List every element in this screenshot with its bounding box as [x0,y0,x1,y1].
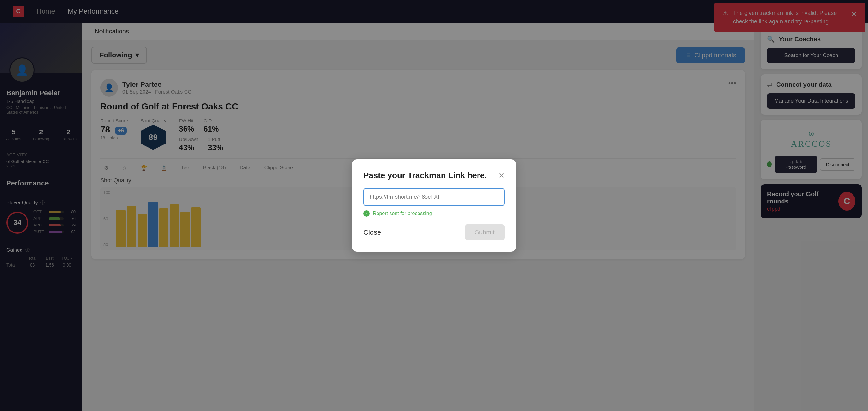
success-icon: ✓ [363,211,370,217]
modal-success-message: ✓ Report sent for processing [363,211,505,217]
modal-title: Paste your Trackman Link here. [363,171,487,181]
modal-overlay: Paste your Trackman Link here. ✕ ✓ Repor… [0,0,868,411]
submit-button[interactable]: Submit [465,224,505,240]
close-button[interactable]: Close [363,228,381,236]
modal-close-button[interactable]: ✕ [498,171,505,180]
trackman-link-input[interactable] [363,188,505,206]
trackman-modal: Paste your Trackman Link here. ✕ ✓ Repor… [352,159,516,252]
